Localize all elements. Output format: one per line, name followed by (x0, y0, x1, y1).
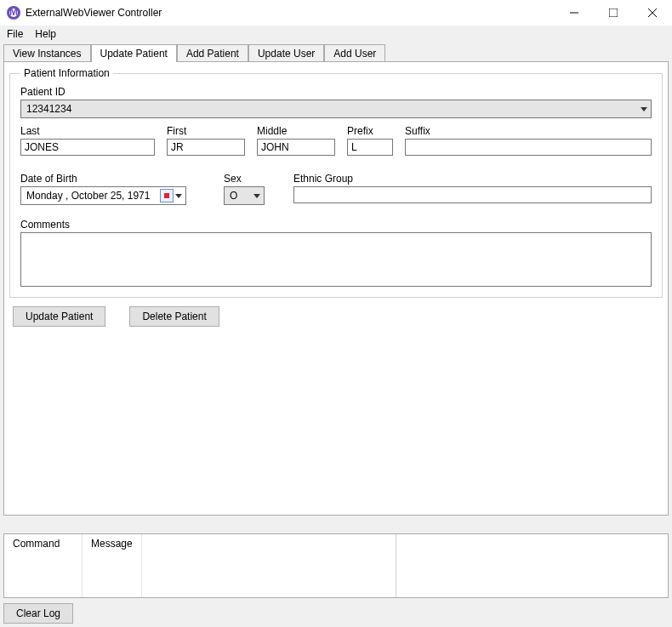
label-suffix: Suffix (405, 125, 652, 137)
sex-value: O (230, 190, 237, 202)
tab-update-patient[interactable]: Update Patient (91, 44, 177, 62)
patient-id-value: 12341234 (26, 103, 71, 115)
close-button[interactable] (633, 0, 672, 26)
window-title: ExternalWebViewer Controller (26, 7, 555, 19)
patient-id-combo[interactable]: 12341234 (20, 100, 652, 118)
label-sex: Sex (224, 173, 265, 185)
calendar-icon (160, 189, 174, 202)
first-input[interactable] (167, 139, 245, 156)
chevron-down-icon (253, 194, 260, 198)
ethnic-input[interactable] (293, 186, 652, 203)
label-middle: Middle (257, 125, 335, 137)
tab-view-instances[interactable]: View Instances (3, 44, 91, 62)
label-first: First (167, 125, 245, 137)
menu-bar: File Help (0, 26, 672, 43)
menu-file[interactable]: File (7, 28, 23, 40)
sex-select[interactable]: O (224, 186, 265, 205)
svg-rect-3 (609, 9, 618, 17)
tab-strip: View Instances Update Patient Add Patien… (0, 43, 672, 61)
last-input[interactable] (20, 139, 155, 156)
app-icon: M (7, 6, 20, 20)
log-col-message: Message (83, 534, 142, 597)
tab-update-user[interactable]: Update User (248, 44, 324, 62)
minimize-button[interactable] (555, 0, 594, 26)
label-dob: Date of Birth (20, 173, 186, 185)
prefix-input[interactable] (347, 139, 393, 156)
dob-value: Monday , October 25, 1971 (26, 190, 150, 202)
clear-log-button[interactable]: Clear Log (3, 603, 73, 624)
comments-textarea[interactable] (20, 232, 652, 287)
log-divider[interactable] (396, 534, 396, 597)
patient-information-group: Patient Information Patient ID 12341234 … (9, 67, 663, 298)
tab-page-update-patient: Patient Information Patient ID 12341234 … (3, 61, 669, 516)
delete-patient-button[interactable]: Delete Patient (129, 306, 219, 327)
menu-help[interactable]: Help (35, 28, 56, 40)
middle-input[interactable] (257, 139, 335, 156)
log-col-command: Command (4, 534, 83, 597)
label-prefix: Prefix (347, 125, 393, 137)
tab-add-patient[interactable]: Add Patient (177, 44, 248, 62)
suffix-input[interactable] (405, 139, 652, 156)
group-legend: Patient Information (20, 67, 113, 79)
label-ethnic: Ethnic Group (293, 173, 652, 185)
chevron-down-icon (175, 194, 182, 198)
maximize-button[interactable] (594, 0, 633, 26)
tab-add-user[interactable]: Add User (324, 44, 385, 62)
svg-text:M: M (9, 8, 18, 18)
label-comments: Comments (20, 219, 652, 231)
label-patient-id: Patient ID (20, 86, 652, 98)
log-pane: Command Message (3, 533, 669, 598)
dob-datepicker[interactable]: Monday , October 25, 1971 (20, 186, 186, 205)
label-last: Last (20, 125, 155, 137)
title-bar: M ExternalWebViewer Controller (0, 0, 672, 26)
update-patient-button[interactable]: Update Patient (13, 306, 105, 327)
chevron-down-icon (641, 107, 647, 111)
